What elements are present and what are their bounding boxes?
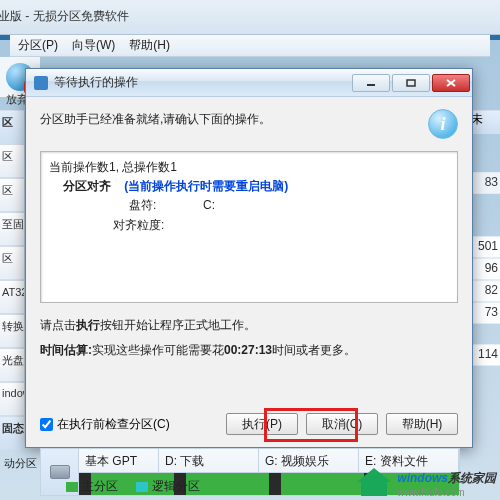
watermark-suffix: 系统家园 (448, 471, 496, 485)
menu-partition[interactable]: 分区(P) (18, 37, 58, 54)
disk-icon (50, 465, 70, 479)
ops-summary: 当前操作数1, 总操作数1 (49, 158, 449, 177)
left-sidebar: 区 区 区 至固 区 AT32转 转换器 光盘 indows 7/ 固态硬 (0, 110, 24, 450)
sidebar-item[interactable]: 区 (0, 178, 24, 212)
legend-swatch-logical (136, 482, 148, 492)
sidebar-item[interactable]: 区 (0, 110, 24, 144)
operations-list[interactable]: 当前操作数1, 总操作数1 分区对齐 (当前操作执行时需要重启电脑) 盘符: C… (40, 151, 458, 303)
dialog-title-icon (34, 76, 48, 90)
op-restart-warning: (当前操作执行时需要重启电脑) (124, 179, 288, 193)
time-estimate: 时间估算:实现这些操作可能需要花00:27:13时间或者更多。 (40, 342, 458, 359)
execute-button[interactable]: 执行(P) (226, 413, 298, 435)
sidebar-item[interactable]: indows 7/ (0, 382, 24, 416)
minimize-button[interactable] (352, 74, 390, 92)
partition-d[interactable]: D: 下载 (159, 449, 259, 472)
size-value: 82 (470, 280, 500, 302)
size-value: 501 (470, 236, 500, 258)
size-value: 83 (470, 172, 500, 194)
size-value: 114 (470, 344, 500, 366)
close-button[interactable] (432, 74, 470, 92)
sidebar-item[interactable]: 转换器 (0, 314, 24, 348)
disk-side-label: 动分区 (4, 456, 37, 471)
sidebar-item[interactable]: AT32转 (0, 280, 24, 314)
dialog-intro-text: 分区助手已经准备就绪,请确认下面的操作。 (40, 109, 428, 128)
dialog-title: 等待执行的操作 (54, 74, 350, 91)
watermark-brand: windows (397, 471, 448, 485)
house-icon (359, 470, 393, 498)
outer-window-titlebar: 业版 - 无损分区免费软件 (0, 0, 500, 35)
right-column-header: 未 (470, 110, 500, 134)
op-align-label: 分区对齐 (63, 179, 111, 193)
sidebar-item[interactable]: 区 (0, 246, 24, 280)
maximize-button[interactable] (392, 74, 430, 92)
sidebar-item[interactable]: 固态硬 (0, 416, 24, 450)
check-before-execute-input[interactable] (40, 418, 53, 431)
outer-menubar: 分区(P) 向导(W) 帮助(H) (10, 35, 490, 57)
partition-legend: 主分区 逻辑分区 (66, 478, 200, 495)
check-before-execute-label: 在执行前检查分区(C) (57, 416, 170, 433)
drive-letter-value: C: (203, 198, 215, 212)
watermark: windows系统家园 www.hiufo.com (359, 470, 496, 498)
legend-primary-label: 主分区 (82, 479, 118, 493)
svg-rect-1 (407, 80, 415, 86)
size-value: 96 (470, 258, 500, 280)
sidebar-item[interactable]: 光盘 (0, 348, 24, 382)
check-before-execute-checkbox[interactable]: 在执行前检查分区(C) (40, 416, 170, 433)
pending-operations-dialog: 等待执行的操作 分区助手已经准备就绪,请确认下面的操作。 i 当前操作数1, 总… (25, 68, 473, 448)
cancel-button[interactable]: 取消(C) (306, 413, 378, 435)
help-button[interactable]: 帮助(H) (386, 413, 458, 435)
size-value: 73 (470, 302, 500, 324)
partition-g[interactable]: G: 视频娱乐 (259, 449, 359, 472)
legend-logical-label: 逻辑分区 (152, 479, 200, 493)
legend-swatch-primary (66, 482, 78, 492)
dialog-titlebar[interactable]: 等待执行的操作 (26, 69, 472, 97)
menu-wizard[interactable]: 向导(W) (72, 37, 115, 54)
menu-help[interactable]: 帮助(H) (129, 37, 170, 54)
drive-letter-label: 盘符: (129, 198, 156, 212)
sidebar-item[interactable]: 至固 (0, 212, 24, 246)
hint-text: 请点击执行按钮开始让程序正式地工作。 (40, 317, 458, 334)
right-size-column: 未 83 501 96 82 73 114 (470, 110, 500, 450)
watermark-url: www.hiufo.com (397, 487, 496, 498)
outer-window-title: 业版 - 无损分区免费软件 (0, 8, 129, 25)
alignment-granularity-label: 对齐粒度: (113, 218, 164, 232)
sidebar-item[interactable]: 区 (0, 144, 24, 178)
info-icon: i (428, 109, 458, 139)
disk-scheme-label: 基本 GPT (79, 449, 159, 472)
